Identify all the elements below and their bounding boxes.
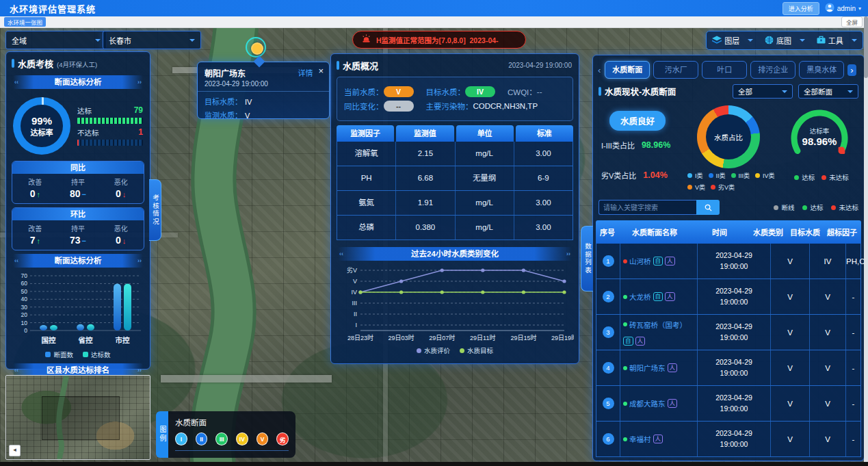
filter-section-select[interactable]: 全部断面 <box>798 84 858 99</box>
manual-badge: 人 <box>665 257 675 266</box>
chevron-down-icon <box>748 39 753 44</box>
status-dot <box>623 295 627 299</box>
table-row[interactable]: 总磷0.380mg/L3.00 <box>337 216 573 240</box>
compare-item: 持平73− <box>57 223 100 246</box>
level-cell: V <box>771 315 810 350</box>
legend-toggle-tab[interactable]: 图例 <box>156 411 168 458</box>
city-select[interactable]: 长春市 <box>103 31 201 49</box>
tab-水质断面[interactable]: 水质断面 <box>605 61 650 79</box>
stats-zone: 水质良好 I-III类占比 98.96% 劣V类占比 1.04% 水质占比 I类… <box>593 101 864 196</box>
overview-minimap[interactable]: ◂ <box>5 375 150 460</box>
time-cell: 2023-04-29 19:00:00 <box>698 244 771 279</box>
alert-ticker[interactable]: H监测值正常范围为[7.0,8.0] 2023-04- <box>352 31 526 49</box>
table-row[interactable]: 3砖瓦窑桥（国考）自人2023-04-29 19:00:00VV- <box>596 315 861 350</box>
legend-swatch <box>687 173 692 178</box>
prev-tab-arrow[interactable]: ‹ <box>597 65 601 75</box>
legend-swatch <box>460 348 464 353</box>
section-name-link[interactable]: 朝阳广场东 <box>629 363 666 373</box>
legend-swatch <box>755 173 760 178</box>
table-row[interactable]: 2大龙桥自人2023-04-29 19:00:00VV- <box>596 279 861 315</box>
next-tab-arrow[interactable]: › <box>847 64 856 76</box>
trend-flat-icon: − <box>82 237 86 245</box>
section-name-cell[interactable]: 幸福村人 <box>620 422 698 456</box>
tab-排污企业[interactable]: 排污企业 <box>750 61 795 79</box>
legend-label: 未达标 <box>839 203 858 212</box>
table-row[interactable]: 溶解氧2.15mg/L3.00 <box>337 142 573 166</box>
assessment-panel-subtitle: (4月环保人工) <box>57 60 97 69</box>
user-menu[interactable]: admin ▾ <box>825 3 861 14</box>
tab-assessment-collapse[interactable]: 考核情况 <box>149 179 161 241</box>
table-row[interactable]: PH6.68无量纲6-9 <box>337 166 573 191</box>
manual-badge: 人 <box>668 399 678 408</box>
app-header: 水环境评估管理系统 进入分析 admin ▾ <box>0 0 868 16</box>
tab-data-list-collapse[interactable]: 数据列表 <box>581 226 593 292</box>
breadcrumb-tab[interactable]: 水环境一张图 <box>4 17 46 27</box>
section-name-link[interactable]: 砖瓦窑桥（国考） <box>629 320 687 330</box>
section-name-cell[interactable]: 大龙桥自人 <box>620 279 698 314</box>
search-input[interactable] <box>599 200 696 215</box>
section-name-link[interactable]: 山河桥 <box>629 256 651 266</box>
table-cell: PH <box>337 166 396 190</box>
section-name-cell[interactable]: 砖瓦窑桥（国考）自人 <box>620 315 698 350</box>
section-name-cell[interactable]: 山河桥自人 <box>620 244 698 279</box>
legend-swatch <box>731 173 736 178</box>
factor-cell: - <box>846 315 860 350</box>
table-cell: mg/L <box>456 142 514 166</box>
site-marker[interactable] <box>246 37 266 57</box>
table-row[interactable]: 5成都大路东人2023-04-29 19:00:00VV- <box>596 386 861 422</box>
table-row[interactable]: 4朝阳广场东人2023-04-29 19:00:00VV- <box>596 350 861 386</box>
table-row[interactable]: 6幸福村人2023-04-29 19:00:00VV- <box>596 422 861 457</box>
legend-class-V: V <box>257 432 269 445</box>
legend-item: 达标 <box>794 172 815 182</box>
fullscreen-button[interactable]: 全屏 <box>841 16 863 27</box>
tab-污水厂[interactable]: 污水厂 <box>653 61 698 79</box>
region-select[interactable]: 全域 <box>5 31 107 49</box>
compare-item: 恶化0↓ <box>99 223 142 246</box>
table-row[interactable]: 1山河桥自人2023-04-29 19:00:00VIVPH,CO... <box>596 244 861 279</box>
tool-工具[interactable]: 工具 <box>817 35 857 46</box>
gauge-legend: 达标未达标 <box>782 172 861 182</box>
legend-item: 未达标 <box>831 203 858 212</box>
legend-label: V类 <box>695 183 705 192</box>
tool-label: 底图 <box>776 35 791 46</box>
mom-box: 环比 改善7↑持平73−恶化0↓ <box>12 207 144 250</box>
line-chart-legend: 水质评价水质目标 <box>331 346 579 355</box>
popup-detail-link[interactable]: 详情 <box>298 67 313 78</box>
search-button[interactable] <box>696 200 720 215</box>
target-cell: V <box>810 279 846 314</box>
time-cell: 2023-04-29 19:00:00 <box>698 350 771 385</box>
column-header: 目标水质 <box>787 220 823 244</box>
section-name-cell[interactable]: 朝阳广场东人 <box>620 350 698 385</box>
page-scrollbar[interactable] <box>864 16 868 466</box>
legend-swatch <box>774 205 778 210</box>
row-index-cell: 2 <box>596 279 620 314</box>
section-name-link[interactable]: 大龙桥 <box>629 292 651 302</box>
filter-all-select[interactable]: 全部 <box>733 84 793 99</box>
section-name-cell[interactable]: 成都大路东人 <box>620 386 698 421</box>
table-row[interactable]: 氨氮1.91mg/L3.00 <box>337 191 573 216</box>
svg-text:III: III <box>352 300 357 307</box>
column-header: 水质类别 <box>749 220 787 244</box>
yoy-change-pill: -- <box>384 101 414 112</box>
svg-text:29日07时: 29日07时 <box>429 334 455 341</box>
tool-图层[interactable]: 图层 <box>712 35 753 46</box>
analysis-button[interactable]: 进入分析 <box>782 2 819 15</box>
minimap-collapse-button[interactable]: ◂ <box>9 445 21 456</box>
tab-叶口[interactable]: 叶口 <box>702 61 747 79</box>
legend-label: I类 <box>695 171 703 180</box>
table-cell: 3.00 <box>514 142 573 166</box>
gauge-value: 98.96% <box>782 135 857 147</box>
panel-accent-bar <box>12 59 14 68</box>
table-header-row: 序号水质断面名称时间水质类别目标水质超标因子 <box>596 220 861 244</box>
section-name-link[interactable]: 成都大路东 <box>629 398 666 409</box>
minimap-viewport[interactable] <box>42 396 120 440</box>
tool-底图[interactable]: 底图 <box>765 35 805 46</box>
region-select-value: 全域 <box>12 35 90 46</box>
alert-text: H监测值正常范围为[7.0,8.0] <box>376 36 466 44</box>
compare-value: 0↑ <box>14 188 57 199</box>
filter-section-value: 全部断面 <box>804 86 842 96</box>
tab-黑臭水体[interactable]: 黑臭水体 <box>799 61 844 79</box>
close-icon[interactable]: × <box>318 67 324 75</box>
table-cell: 6-9 <box>514 166 573 190</box>
section-name-link[interactable]: 幸福村 <box>629 434 651 444</box>
